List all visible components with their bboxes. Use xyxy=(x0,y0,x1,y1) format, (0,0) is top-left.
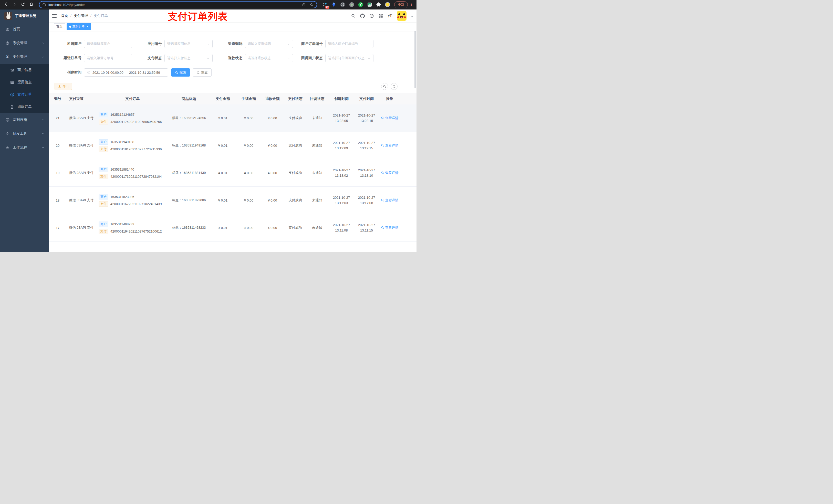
extension-row: 10 xyxy=(320,2,393,8)
table-row-partial: 商户1635311251796 xyxy=(49,241,416,252)
ext-kite-icon xyxy=(331,2,337,7)
cell-order: 商户1635311881440 支付4200001173202110272847… xyxy=(96,165,169,181)
cell-id: 17 xyxy=(49,226,67,230)
cell-notify: 未通知 xyxy=(306,116,328,120)
hamburger-icon[interactable] xyxy=(49,14,56,18)
sidebar-menu: 首页 系统管理 ¥ 支付管理 商户信息 xyxy=(0,22,49,154)
column-header: 手续金额 xyxy=(237,97,261,101)
pay-order-no: 4200001194202110276752100612 xyxy=(111,230,162,233)
extension-badge: 10 xyxy=(325,6,329,9)
cell-created: 2021-10-2713:18:02 xyxy=(328,167,355,178)
column-header: 编号 xyxy=(49,97,67,101)
search-icon[interactable] xyxy=(351,14,356,19)
fullscreen-icon[interactable] xyxy=(378,14,383,19)
cell-channel: 微信 JSAPI 支付 xyxy=(67,116,96,120)
tab-label: 首页 xyxy=(56,24,63,29)
filter-input[interactable]: 请选择支付状态 xyxy=(164,54,213,62)
date-range-input[interactable]: 2021-10-01 00:00:00 - 2021-10-31 23:59:5… xyxy=(84,68,168,77)
breadcrumb-item[interactable]: 首页 xyxy=(61,14,74,18)
cell-order: 商户1635312124657 支付4200001174202110278060… xyxy=(96,110,169,126)
address-bar[interactable]: localhost:1024/pay/order xyxy=(39,1,317,8)
sidebar-item[interactable]: ¥ 支付管理 xyxy=(0,50,49,64)
sidebar: 芋道管理系统 首页 系统管理 ¥ 支付管理 xyxy=(0,9,49,252)
sidebar-item-label: 基础设施 xyxy=(13,118,27,122)
sidebar-item-label: 研发工具 xyxy=(13,131,27,136)
chevron-icon xyxy=(42,55,45,58)
tab[interactable]: 首页 xyxy=(54,23,65,30)
cell-created: 2021-10-2713:22:05 xyxy=(328,113,355,123)
cell-paid: 2021-10-2713:17:08 xyxy=(355,195,378,206)
sidebar-item[interactable]: 应用信息 xyxy=(0,76,49,88)
filter-input[interactable]: 请输入商户订单编号 xyxy=(325,40,374,48)
page-content: 所属商户 请选择所属商户 应用编号 请选择应用信息 xyxy=(49,31,416,252)
placeholder-text: 请输入商户订单编号 xyxy=(328,42,371,46)
filter-input[interactable]: 请输入渠道订单号 xyxy=(84,54,132,62)
column-header: 支付渠道 xyxy=(67,97,96,101)
font-size-icon[interactable]: TT xyxy=(387,14,392,19)
filter-input[interactable]: 请选择应用信息 xyxy=(164,40,213,48)
github-icon[interactable] xyxy=(360,14,365,19)
table-tools xyxy=(381,83,398,90)
browser-window: localhost:1024/pay/order 10 更新 芋道管理系统 首页 xyxy=(0,0,416,252)
caret-down-icon[interactable] xyxy=(411,15,413,17)
sidebar-item-label: 首页 xyxy=(13,27,20,31)
table-search-button[interactable] xyxy=(381,83,388,90)
ext-emoji-icon xyxy=(385,2,390,7)
orders-table: 编号支付渠道支付订单商品标题支付金额手续金额退款金额支付状态回调状态创建时间支付… xyxy=(49,93,416,252)
browser-update-button[interactable]: 更新 xyxy=(394,1,408,8)
breadcrumb-item[interactable]: 支付管理 xyxy=(74,14,94,18)
cell-created: 2021-10-2713:17:03 xyxy=(328,195,355,206)
home-icon xyxy=(29,2,33,7)
close-icon[interactable]: × xyxy=(87,25,89,28)
sidebar-item-label: 商户信息 xyxy=(18,68,32,72)
reset-button[interactable]: 重置 xyxy=(193,68,212,77)
sidebar-item[interactable]: 工作流程 xyxy=(0,141,49,154)
sidebar-logo[interactable]: 芋道管理系统 xyxy=(0,9,49,22)
view-detail-link[interactable]: 查看详情 xyxy=(381,171,399,175)
sidebar-item[interactable]: 退款订单 xyxy=(0,101,49,113)
table-refresh-button[interactable] xyxy=(390,83,398,90)
ext-y-icon xyxy=(358,2,363,7)
export-button[interactable]: 导出 xyxy=(54,83,72,90)
pikachu-avatar[interactable] xyxy=(397,11,406,21)
view-detail-link[interactable]: 查看详情 xyxy=(381,198,399,202)
filter-input[interactable]: 请选择所属商户 xyxy=(84,40,132,48)
filter-input[interactable]: 请选择退款状态 xyxy=(245,54,293,62)
filter-row-2: 渠道订单号 请输入渠道订单号 支付状态 请选择支付状态 xyxy=(58,54,416,62)
cell-order: 商户1635311468233 支付4200001194202110276752… xyxy=(96,220,169,236)
grid-icon xyxy=(10,80,14,85)
chevron-down-icon xyxy=(287,56,290,60)
sidebar-item[interactable]: 系统管理 xyxy=(0,36,49,50)
sidebar-item-label: 应用信息 xyxy=(18,80,32,85)
filter-input[interactable]: 请选择订单回调商户状态 xyxy=(325,54,374,62)
table-body: 21 微信 JSAPI 支付 商户1635312124657 支付4200001… xyxy=(49,104,416,241)
question-icon[interactable] xyxy=(369,14,374,19)
sidebar-item[interactable]: 基础设施 xyxy=(0,113,49,127)
breadcrumb-item[interactable]: 支付订单 xyxy=(94,14,108,18)
cell-amount: ¥ 0.01 xyxy=(209,171,237,175)
view-detail-link[interactable]: 查看详情 xyxy=(381,116,399,120)
view-detail-link[interactable]: 查看详情 xyxy=(381,143,399,148)
view-detail-link[interactable]: 查看详情 xyxy=(381,225,399,230)
cell-amount: ¥ 0.01 xyxy=(209,198,237,202)
placeholder-text: 请选择支付状态 xyxy=(167,56,207,61)
scrollbar[interactable] xyxy=(414,24,416,88)
tab[interactable]: 支付订单 × xyxy=(67,23,91,30)
sidebar-item[interactable]: 研发工具 xyxy=(0,127,49,141)
cell-action: 查看详情 xyxy=(378,143,401,148)
filter-field: 渠道编码 请输入渠道编码 xyxy=(219,40,293,48)
sidebar-item[interactable]: 支付订单 xyxy=(0,88,49,101)
share-icon[interactable] xyxy=(302,3,306,7)
sidebar-item-label: 退款订单 xyxy=(18,104,32,109)
sidebar-item[interactable]: 商户信息 xyxy=(0,64,49,76)
cell-order: 商户1635311823086 支付4200001167202110271022… xyxy=(96,192,169,209)
pay-order-no: 4200001167202110271022491439 xyxy=(111,202,162,206)
browser-menu-icon[interactable] xyxy=(409,2,414,8)
chevron-icon xyxy=(42,133,45,135)
merchant-order-no: 1635312124657 xyxy=(111,113,135,117)
ext-command-icon xyxy=(340,2,346,7)
sidebar-item[interactable]: 首页 xyxy=(0,22,49,36)
search-button[interactable]: 搜索 xyxy=(171,68,190,77)
filter-input[interactable]: 请输入渠道编码 xyxy=(245,40,293,48)
star-icon[interactable] xyxy=(310,3,314,7)
